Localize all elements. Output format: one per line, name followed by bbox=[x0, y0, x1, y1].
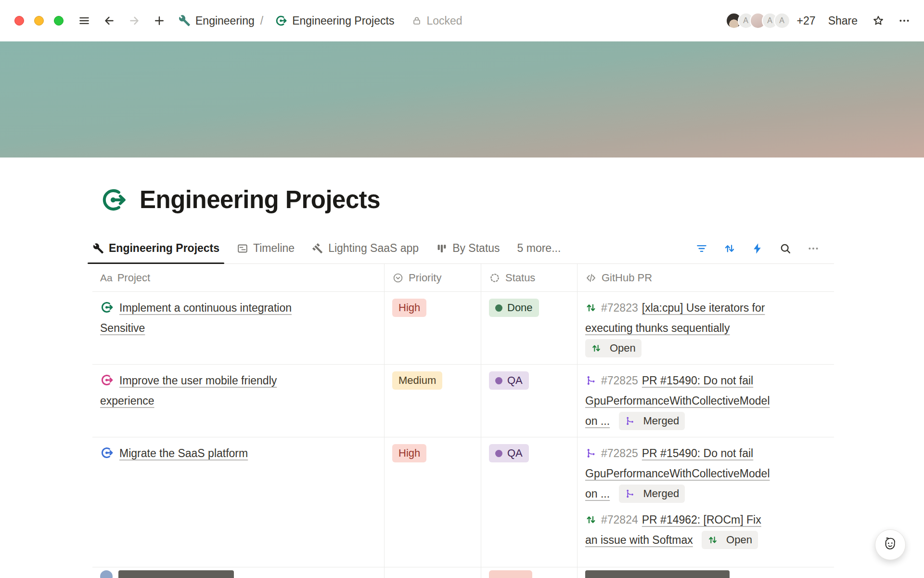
locked-indicator[interactable]: Locked bbox=[411, 14, 462, 27]
project-logo-icon bbox=[100, 570, 113, 578]
pr-title-link[interactable]: PR #15490: Do not fail bbox=[642, 447, 753, 460]
priority-badge[interactable]: High bbox=[392, 444, 426, 462]
column-header-github-pr[interactable]: GitHub PR bbox=[578, 264, 834, 291]
pr-state-badge[interactable]: Open bbox=[585, 339, 642, 357]
status-cell[interactable] bbox=[481, 567, 578, 578]
column-header-status[interactable]: Status bbox=[481, 264, 578, 291]
project-title-link[interactable]: experience bbox=[100, 394, 154, 407]
notion-ai-button[interactable] bbox=[875, 529, 906, 560]
pr-merged-icon bbox=[585, 447, 597, 459]
table-header: Aa Project Priority Status GitHub PR bbox=[92, 264, 834, 292]
tab-lighting-saas-app[interactable]: Lighting SaaS app bbox=[312, 233, 419, 263]
ai-face-icon bbox=[882, 536, 899, 553]
table-row: Migrate the SaaS platform High QA #72825… bbox=[92, 437, 834, 567]
collaborator-overflow-count[interactable]: +27 bbox=[797, 14, 816, 27]
pr-open-icon bbox=[707, 535, 718, 545]
pr-title-link[interactable]: PR #15490: Do not fail bbox=[642, 374, 753, 387]
project-logo-icon bbox=[100, 301, 114, 314]
table-row: Implement a continuous integration Sensi… bbox=[92, 292, 834, 365]
project-title-link[interactable]: Improve the user mobile friendly bbox=[119, 374, 277, 387]
status-badge[interactable]: Done bbox=[489, 299, 539, 317]
github-pr-cell[interactable]: #72823[xla:cpu] Use iterators for execut… bbox=[578, 292, 834, 364]
pr-open-icon bbox=[585, 302, 597, 314]
pr-merged-icon bbox=[625, 416, 635, 426]
pr-state-badge[interactable]: Merged bbox=[619, 485, 685, 503]
project-cell[interactable]: Migrate the SaaS platform bbox=[92, 437, 385, 567]
github-pr-cell[interactable]: #72825PR #15490: Do not fail GpuPerforma… bbox=[578, 437, 834, 567]
priority-cell[interactable]: High bbox=[385, 437, 481, 567]
favorite-star-button[interactable] bbox=[872, 14, 885, 27]
tab-timeline[interactable]: Timeline bbox=[237, 233, 295, 263]
column-header-priority[interactable]: Priority bbox=[385, 264, 481, 291]
status-cell[interactable]: QA bbox=[481, 437, 578, 567]
table-row-partial[interactable] bbox=[92, 567, 834, 578]
tab-more-views[interactable]: 5 more... bbox=[517, 233, 561, 263]
project-logo-icon bbox=[100, 446, 114, 460]
pr-state-badge[interactable]: Merged bbox=[619, 412, 685, 430]
status-badge[interactable]: QA bbox=[489, 444, 529, 462]
project-title-link[interactable]: Migrate the SaaS platform bbox=[119, 447, 248, 460]
status-dot bbox=[495, 450, 502, 457]
code-icon bbox=[585, 272, 597, 284]
project-title-link[interactable]: Sensitive bbox=[100, 322, 145, 334]
project-cell[interactable] bbox=[92, 567, 385, 578]
back-button[interactable] bbox=[103, 14, 116, 27]
close-window-button[interactable] bbox=[14, 16, 24, 26]
pr-title-link[interactable]: [xla:cpu] Use iterators for bbox=[642, 302, 765, 314]
pr-state-badge[interactable]: Open bbox=[702, 531, 758, 549]
forward-button[interactable] bbox=[128, 14, 141, 27]
pr-title-link[interactable]: on ... bbox=[585, 415, 610, 427]
github-pr-cell[interactable] bbox=[578, 567, 834, 578]
new-tab-button[interactable] bbox=[153, 14, 166, 27]
project-cell[interactable]: Improve the user mobile friendly experie… bbox=[92, 365, 385, 437]
pr-title-link[interactable]: GpuPerformanceWithCollectiveModel bbox=[585, 394, 770, 407]
pr-merged-icon bbox=[585, 375, 597, 386]
more-options-button[interactable] bbox=[898, 14, 911, 27]
pr-open-icon bbox=[591, 343, 602, 354]
column-header-project[interactable]: Aa Project bbox=[92, 264, 385, 291]
locked-label: Locked bbox=[426, 14, 462, 27]
minimize-window-button[interactable] bbox=[34, 16, 44, 26]
search-icon[interactable] bbox=[779, 242, 792, 255]
view-tabs-bar: Engineering Projects Timeline Lighting S… bbox=[92, 233, 834, 264]
pr-title-link[interactable]: executing thunks sequentially bbox=[585, 322, 730, 334]
github-pr-cell[interactable]: #72825PR #15490: Do not fail GpuPerforma… bbox=[578, 365, 834, 437]
priority-cell[interactable]: Medium bbox=[385, 365, 481, 437]
collaborator-avatars[interactable]: A A A bbox=[726, 13, 790, 29]
sidebar-toggle-button[interactable] bbox=[78, 14, 90, 27]
project-cell[interactable]: Implement a continuous integration Sensi… bbox=[92, 292, 385, 364]
projects-table: Aa Project Priority Status GitHub PR Imp… bbox=[92, 264, 834, 578]
breadcrumb-parent-label: Engineering bbox=[195, 14, 255, 27]
select-type-icon bbox=[392, 272, 404, 284]
hammer-icon bbox=[312, 243, 323, 254]
view-more-icon[interactable] bbox=[807, 242, 820, 255]
pr-title-link[interactable]: GpuPerformanceWithCollectiveModel bbox=[585, 467, 770, 480]
priority-cell[interactable] bbox=[385, 567, 481, 578]
sort-icon[interactable] bbox=[723, 242, 736, 255]
window-controls bbox=[14, 16, 64, 26]
filter-icon[interactable] bbox=[695, 242, 708, 255]
project-title-link[interactable]: Implement a continuous integration bbox=[119, 302, 292, 314]
avatar-letter: A bbox=[774, 13, 790, 29]
status-dot bbox=[495, 304, 502, 312]
automation-bolt-icon[interactable] bbox=[751, 242, 764, 255]
pr-title-link[interactable]: PR #14962: [ROCm] Fix bbox=[642, 513, 761, 526]
text-type-icon: Aa bbox=[100, 272, 113, 284]
tab-engineering-projects[interactable]: Engineering Projects bbox=[92, 233, 219, 263]
share-button[interactable]: Share bbox=[828, 14, 858, 27]
tab-by-status[interactable]: By Status bbox=[436, 233, 500, 263]
pr-title-link[interactable]: on ... bbox=[585, 487, 610, 500]
page-icon[interactable] bbox=[100, 186, 127, 213]
pr-number: #72824 bbox=[601, 513, 638, 526]
zoom-window-button[interactable] bbox=[54, 16, 64, 26]
pr-number: #72823 bbox=[601, 302, 638, 314]
priority-badge[interactable]: Medium bbox=[392, 371, 442, 390]
priority-cell[interactable]: High bbox=[385, 292, 481, 364]
status-badge[interactable]: QA bbox=[489, 371, 529, 390]
status-cell[interactable]: Done bbox=[481, 292, 578, 364]
breadcrumb-parent[interactable]: Engineering / bbox=[178, 14, 263, 27]
pr-title-link[interactable]: an issue with Softmax bbox=[585, 534, 693, 546]
status-cell[interactable]: QA bbox=[481, 365, 578, 437]
breadcrumb-current[interactable]: Engineering Projects bbox=[275, 14, 394, 27]
priority-badge[interactable]: High bbox=[392, 299, 426, 317]
